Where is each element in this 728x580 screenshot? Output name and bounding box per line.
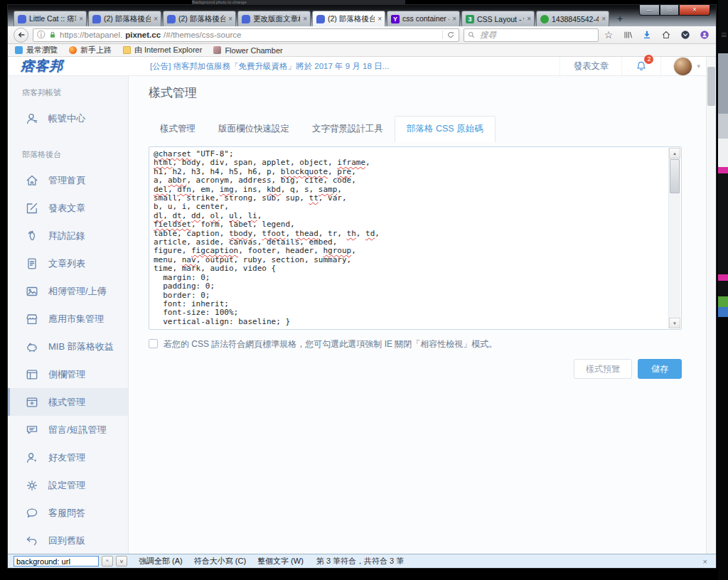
page-scrollbar[interactable] [706,57,716,554]
bookmark-item[interactable]: Flower Chamber [213,46,282,55]
bookmark-item[interactable]: 最常瀏覽 [15,45,58,55]
account-menu[interactable]: ▾ [660,57,700,75]
style-manager-tab[interactable]: 樣式管理 [149,117,207,142]
maximize-button[interactable]: □ [660,5,679,16]
sidebar-item-label: 帳號中心 [48,112,85,125]
downloads-icon[interactable] [641,29,653,41]
sidebar-item-support[interactable]: 客服問答 [8,499,128,527]
sidebar-item-label: 拜訪記錄 [48,230,85,242]
reload-button[interactable] [442,31,455,39]
browser-tab[interactable]: Ycss container - 雅虎香× [387,11,460,26]
tab-close-icon[interactable]: × [601,16,606,23]
style-icon [25,395,39,409]
sidebar-items: 管理首頁發表文章拜訪記錄文章列表相簿管理/上傳應用市集管理MIB 部落格收益側欄… [8,166,128,554]
ie-compat-checkbox[interactable] [149,339,158,348]
sidebar-item-document[interactable]: 文章列表 [8,249,128,277]
sidebar-item-piggy[interactable]: MIB 部落格收益 [8,333,128,360]
browser-tab[interactable]: 1438845542-41646584× [536,11,609,26]
pocket-shield-icon[interactable] [680,29,691,41]
account-icon[interactable] [699,29,710,41]
sidebar-item-label: 回到舊版 [48,535,85,547]
browser-tab[interactable]: 更改版面文章相關說明× [237,11,311,26]
whole-words-toggle[interactable]: 整個文字 (W) [257,556,304,566]
menu-icon[interactable]: ≡ [718,29,728,41]
bookmark-item[interactable]: 由 Internet Explorer [123,45,202,55]
announcement-link[interactable]: [公告] 痞客邦加值服務「免費升級資格」將於 2017 年 9 月 18 日..… [150,61,389,72]
scroll-down-icon[interactable]: ▼ [669,318,680,328]
find-previous-button[interactable]: ^ [102,556,113,566]
sidebar-item-photo[interactable]: 相簿管理/上傳 [8,277,128,305]
tab-close-icon[interactable]: × [154,16,158,23]
css-source-text[interactable]: @charset "UTF-8";html, body, div, span, … [154,150,667,326]
tab-close-icon[interactable]: × [378,16,382,23]
sidebar-item-store[interactable]: 應用市集管理 [8,305,128,333]
tab-close-icon[interactable]: × [452,16,456,23]
css-editor[interactable]: @charset "UTF-8";html, body, div, span, … [149,146,682,330]
minimize-button[interactable]: — [639,5,660,16]
tab-close-icon[interactable]: × [527,16,531,23]
pixnet-logo[interactable]: 痞客邦 [21,58,63,73]
find-input[interactable] [14,556,99,566]
url-scheme-host: https://betapanel. [60,31,122,39]
match-case-toggle[interactable]: 符合大小寫 (C) [194,556,246,566]
scroll-up-icon[interactable]: ▲ [669,148,680,159]
back-button[interactable] [14,28,28,43]
publish-article-button[interactable]: 發表文章 [560,57,621,75]
sidebar-item-edit[interactable]: 發表文章 [8,194,128,222]
sidebar-item-style[interactable]: 樣式管理 [8,388,128,416]
browser-tab[interactable]: (2) 部落格後台 » 樣式管× [312,11,385,26]
sidebar-item-home[interactable]: 管理首頁 [8,166,128,194]
bookmark-star-icon[interactable]: ☆ [603,29,614,41]
sidebar-item-layout[interactable]: 側欄管理 [8,360,128,388]
sidebar-item-label: MIB 部落格收益 [48,340,114,353]
browser-tab[interactable]: (2) 部落格後台 » 發表文× [88,11,161,26]
page-content: 痞客邦 [公告] 痞客邦加值服務「免費升級資格」將於 2017 年 9 月 18… [8,57,716,554]
sidebar-item-comment[interactable]: 留言/短訊管理 [8,416,128,444]
find-status: 第 3 筆符合，共符合 3 筆 [316,556,404,566]
search-bar[interactable] [464,28,599,42]
page-scrollbar-thumb[interactable] [707,67,715,106]
library-icon[interactable] [622,29,633,41]
tab-close-icon[interactable]: × [79,16,83,23]
info-icon[interactable]: ⓘ [37,29,46,41]
url-bar[interactable]: ⓘ https://betapanel.pixnet.cc/#/themes/c… [33,28,459,42]
tab-close-icon[interactable]: × [228,16,232,23]
navigation-bar: ⓘ https://betapanel.pixnet.cc/#/themes/c… [8,26,716,44]
highlight-all-toggle[interactable]: 強調全部 (A) [139,556,183,566]
sidebar-item-label: 樣式管理 [48,396,85,409]
style-manager-tab[interactable]: 版面欄位快速設定 [207,117,301,142]
tab-title: css container - 雅虎香 [402,14,449,24]
sidebar-item-back[interactable]: 回到舊版 [8,527,128,554]
bookmark-label: 新手上路 [80,45,112,55]
scrollbar-thumb[interactable] [670,159,680,193]
tab-title: (2) 部落格後台 » 發表文 [104,14,151,24]
avatar-photo-icon [213,46,221,54]
sidebar-item-footprint[interactable]: 拜訪記錄 [8,222,128,249]
sidebar-section-blog: 部落格後台 [8,142,128,166]
find-next-button[interactable]: v [116,556,127,566]
notification-cell[interactable]: 2 [621,57,660,75]
close-window-button[interactable]: × [679,5,710,16]
sidebar-item-user[interactable]: 帳號中心 [8,104,128,132]
tab-close-icon[interactable]: × [303,16,307,23]
browser-tab[interactable]: (2) 部落格後台 » 相簿管× [163,11,236,26]
browser-tab[interactable]: 3CSS Layout - width and× [461,11,535,26]
ie-compat-row: 若您的 CSS 語法符合網頁標準規格，您可勾選此選項強制 IE 關閉「相容性檢視… [149,338,682,350]
sidebar-item-friend[interactable]: 好友管理 [8,444,128,471]
home-icon[interactable] [660,29,672,41]
new-tab-button[interactable]: + [611,11,629,26]
save-button[interactable]: 儲存 [638,359,682,379]
avatar[interactable] [674,58,692,75]
style-manager-tab[interactable]: 文字背景設計工具 [301,117,395,142]
sidebar-item-gear[interactable]: 設定管理 [8,471,128,499]
page-title: 樣式管理 [149,85,716,101]
pixnet-favicon-icon [92,15,101,23]
search-input[interactable] [478,30,595,40]
browser-tab[interactable]: Little Cat :: 痞客邦 PIXN× [14,11,87,26]
sidebar-section-account: 痞客邦帳號 [8,80,128,104]
find-close-icon[interactable]: × [703,557,710,566]
editor-scrollbar[interactable]: ▲ ▼ [668,148,680,328]
bookmark-item[interactable]: 新手上路 [69,45,112,55]
style-preview-button[interactable]: 樣式預覽 [574,359,632,379]
style-manager-tab[interactable]: 部落格 CSS 原始碼 [395,116,496,142]
